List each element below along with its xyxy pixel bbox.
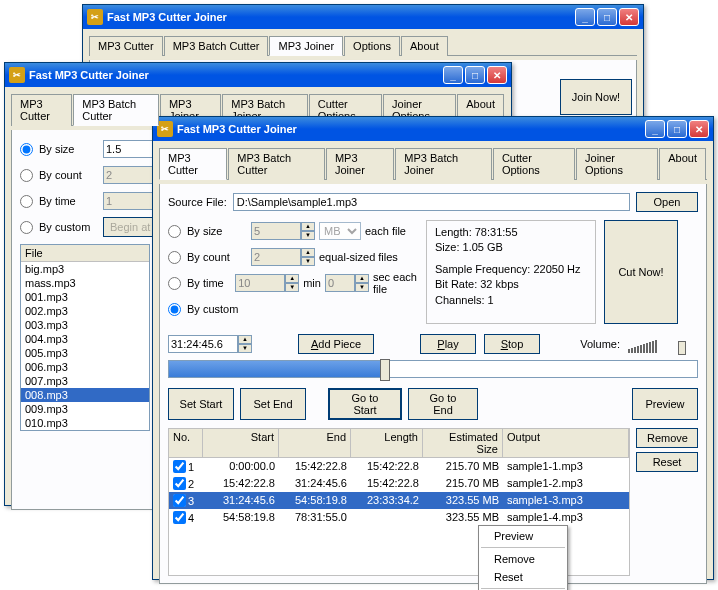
size-unit-combo[interactable]: MB [319,222,361,240]
by-count-radio[interactable] [20,169,33,182]
time-min-spinner[interactable]: ▲▼ [235,274,299,292]
app-icon: ✂ [87,9,103,25]
tab-mp3-cutter[interactable]: MP3 Cutter [159,148,227,180]
by-custom-radio[interactable] [20,221,33,234]
by-size-radio[interactable] [168,225,181,238]
piece-checkbox[interactable] [173,477,186,490]
file-item[interactable]: 008.mp3 [21,388,149,402]
seek-bar[interactable] [168,360,698,378]
maximize-button[interactable]: □ [465,66,485,84]
cut-now-button[interactable]: Cut Now! [604,220,678,324]
tab-mp3-batch-joiner[interactable]: MP3 Batch Joiner [395,148,492,180]
count-spinner[interactable]: ▲▼ [251,248,315,266]
begin-at-button[interactable]: Begin at [103,217,157,237]
minimize-button[interactable]: _ [443,66,463,84]
time-position-spinner[interactable]: ▲▼ [168,335,252,353]
sec-each-label: sec each file [373,271,418,295]
by-time-radio[interactable] [168,277,181,290]
file-item[interactable]: 005.mp3 [21,346,149,360]
info-length: Length: 78:31:55 [435,225,587,240]
play-button[interactable]: Play [420,334,476,354]
tab-mp3-batch-cutter[interactable]: MP3 Batch Cutter [164,36,269,56]
tab-mp3-cutter[interactable]: MP3 Cutter [11,94,72,126]
each-file-label: each file [365,225,406,237]
join-now-button[interactable]: Join Now! [560,79,632,115]
volume-slider[interactable] [628,335,698,353]
menu-item-remove[interactable]: Remove [480,550,566,568]
maximize-button[interactable]: □ [597,8,617,26]
table-row[interactable]: 215:42:22.831:24:45.615:42:22.8215.70 MB… [169,475,629,492]
add-piece-button[interactable]: Add Piece [298,334,374,354]
file-item[interactable]: 010.mp3 [21,416,149,430]
piece-checkbox[interactable] [173,511,186,524]
by-custom-label: By custom [39,221,99,233]
set-start-button[interactable]: Set Start [168,388,234,420]
piece-checkbox[interactable] [173,494,186,507]
source-file-input[interactable] [233,193,630,211]
stop-button[interactable]: Stop [484,334,540,354]
go-to-start-button[interactable]: Go to Start [328,388,402,420]
titlebar[interactable]: ✂ Fast MP3 Cutter Joiner _ □ ✕ [83,5,643,29]
file-item[interactable]: 002.mp3 [21,304,149,318]
close-button[interactable]: ✕ [487,66,507,84]
menu-item-reset[interactable]: Reset [480,568,566,586]
piece-checkbox[interactable] [173,460,186,473]
time-sec-spinner[interactable]: ▲▼ [325,274,369,292]
window-title: Fast MP3 Cutter Joiner [177,123,645,135]
file-item[interactable]: big.mp3 [21,262,149,276]
table-row[interactable]: 454:58:19.878:31:55.0323.55 MBsample1-4.… [169,509,629,526]
by-size-label: By size [187,225,247,237]
file-item[interactable]: mass.mp3 [21,276,149,290]
by-count-radio[interactable] [168,251,181,264]
table-row[interactable]: 10:00:00.015:42:22.815:42:22.8215.70 MBs… [169,458,629,475]
file-item[interactable]: 006.mp3 [21,360,149,374]
file-list[interactable]: File big.mp3mass.mp3001.mp3002.mp3003.mp… [20,244,150,431]
tab-cutter-options[interactable]: Cutter Options [493,148,575,180]
tab-about[interactable]: About [659,148,706,180]
tab-joiner-options[interactable]: Joiner Options [576,148,658,180]
file-item[interactable]: 009.mp3 [21,402,149,416]
window-title: Fast MP3 Cutter Joiner [107,11,575,23]
maximize-button[interactable]: □ [667,120,687,138]
file-item[interactable]: 004.mp3 [21,332,149,346]
minimize-button[interactable]: _ [575,8,595,26]
size-spinner[interactable]: ▲▼ [251,222,315,240]
tab-options[interactable]: Options [344,36,400,56]
tab-mp3-cutter[interactable]: MP3 Cutter [89,36,163,56]
tab-about[interactable]: About [401,36,448,56]
menu-item-preview[interactable]: Preview [480,527,566,545]
file-item[interactable]: 003.mp3 [21,318,149,332]
go-to-end-button[interactable]: Go to End [408,388,478,420]
titlebar[interactable]: ✂ Fast MP3 Cutter Joiner _ □ ✕ [153,117,713,141]
by-time-radio[interactable] [20,195,33,208]
file-info-box: Length: 78:31:55 Size: 1.05 GB Sample Fr… [426,220,596,324]
tab-mp3-batch-cutter[interactable]: MP3 Batch Cutter [73,94,159,126]
open-button[interactable]: Open [636,192,698,212]
app-icon: ✂ [9,67,25,83]
set-end-button[interactable]: Set End [240,388,306,420]
by-size-radio[interactable] [20,143,33,156]
tab-mp3-joiner[interactable]: MP3 Joiner [269,36,343,56]
tab-mp3-joiner[interactable]: MP3 Joiner [326,148,394,180]
pieces-table-header: No. Start End Length Estimated Size Outp… [168,428,630,458]
file-item[interactable]: 001.mp3 [21,290,149,304]
file-item[interactable]: 007.mp3 [21,374,149,388]
close-button[interactable]: ✕ [689,120,709,138]
by-custom-radio[interactable] [168,303,181,316]
titlebar[interactable]: ✂ Fast MP3 Cutter Joiner _ □ ✕ [5,63,511,87]
preview-button[interactable]: Preview [632,388,698,420]
by-count-label: By count [187,251,247,263]
minimize-button[interactable]: _ [645,120,665,138]
by-time-label: By time [187,277,231,289]
by-size-label: By size [39,143,99,155]
tab-mp3-batch-cutter[interactable]: MP3 Batch Cutter [228,148,325,180]
table-row[interactable]: 331:24:45.654:58:19.823:33:34.2323.55 MB… [169,492,629,509]
min-label: min [303,277,321,289]
context-menu[interactable]: PreviewRemoveResetBrowse... [478,525,568,590]
close-button[interactable]: ✕ [619,8,639,26]
info-channels: Channels: 1 [435,293,587,308]
equal-sized-label: equal-sized files [319,251,398,263]
reset-button[interactable]: Reset [636,452,698,472]
remove-button[interactable]: Remove [636,428,698,448]
volume-label: Volume: [580,338,620,350]
